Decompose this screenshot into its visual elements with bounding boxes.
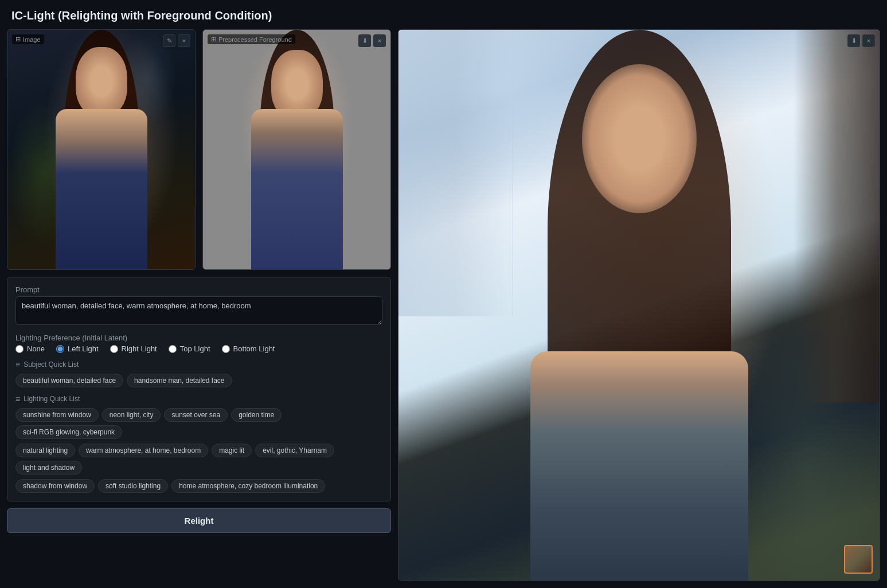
radio-bottom-light-label: Bottom Light (233, 344, 275, 353)
input-image-label: ⊞ Image (12, 34, 44, 44)
relight-button[interactable]: Relight (7, 508, 391, 533)
tag-home-atmosphere[interactable]: home atmosphere, cozy bedroom illuminati… (171, 479, 325, 493)
output-body (530, 351, 748, 581)
lighting-tags-row-2: natural lighting warm atmosphere, at hom… (15, 444, 382, 475)
lighting-quick-list-header: Lighting Quick List (15, 394, 382, 403)
app-title: IC-Light (Relighting with Foreground Con… (0, 0, 887, 29)
tag-neon-light-city[interactable]: neon light, city (102, 408, 161, 422)
thumbnail-strip (844, 545, 873, 574)
close-output-button[interactable]: × (862, 34, 875, 47)
preprocessed-image-sim (203, 30, 390, 269)
edit-image-button[interactable]: ✎ (163, 34, 175, 47)
tag-sci-fi-rgb[interactable]: sci-fi RGB glowing, cyberpunk (15, 425, 122, 439)
tag-handsome-man[interactable]: handsome man, detailed face (127, 374, 232, 387)
prompt-input[interactable]: beautiful woman, detailed face, warm atm… (15, 296, 382, 325)
radio-top-light[interactable]: Top Light (169, 344, 210, 353)
radio-bottom-light[interactable]: Bottom Light (222, 344, 275, 353)
preprocessed-image-controls: ⬇ × (358, 34, 386, 47)
radio-right-light-label: Right Light (122, 344, 157, 353)
face-layer (76, 47, 127, 116)
image-label-icon: ⊞ (15, 36, 21, 43)
controls-panel: Prompt beautiful woman, detailed face, w… (7, 277, 391, 501)
subject-quick-list-header: Subject Quick List (15, 360, 382, 369)
close-input-image-button[interactable]: × (178, 34, 190, 47)
radio-right-light[interactable]: Right Light (110, 344, 157, 353)
lighting-label: Lighting Preference (Initial Latent) (15, 334, 382, 342)
preprocessed-image-box: ⊞ Preprocessed Foreground ⬇ × (202, 29, 391, 270)
tag-evil-gothic[interactable]: evil, gothic, Yharnam (255, 444, 334, 457)
tag-golden-time[interactable]: golden time (231, 408, 282, 422)
curtain-right (794, 30, 880, 402)
prompt-label: Prompt (15, 285, 382, 294)
preprocessed-label-icon: ⊞ (211, 36, 216, 43)
download-preprocessed-button[interactable]: ⬇ (358, 34, 371, 47)
body-layer (56, 109, 147, 269)
input-image-sim (7, 30, 195, 269)
radio-none[interactable]: None (15, 344, 45, 353)
lighting-quick-list: Lighting Quick List sunshine from window… (15, 394, 382, 493)
tag-shadow-from-window[interactable]: shadow from window (15, 479, 95, 493)
close-preprocessed-button[interactable]: × (373, 34, 386, 47)
output-panel: ⬇ × (398, 29, 880, 581)
lighting-radio-group: None Left Light Right Light Top Light (15, 344, 382, 353)
tag-sunshine-from-window[interactable]: sunshine from window (15, 408, 99, 422)
output-face (582, 64, 697, 213)
input-image-box: ⊞ Image ✎ × (7, 29, 196, 270)
output-image-sim (398, 30, 880, 581)
tag-magic-lit[interactable]: magic lit (212, 444, 252, 457)
image-row: ⊞ Image ✎ × ⊞ Preprocessed Foreground (7, 29, 391, 270)
preprocessed-body (251, 109, 343, 269)
output-thumbnail[interactable] (844, 545, 873, 574)
tag-natural-lighting[interactable]: natural lighting (15, 444, 75, 457)
download-output-button[interactable]: ⬇ (847, 34, 860, 47)
input-image-controls: ✎ × (163, 34, 190, 47)
main-layout: ⊞ Image ✎ × ⊞ Preprocessed Foreground (0, 29, 887, 588)
output-controls: ⬇ × (847, 34, 875, 47)
left-panel: ⊞ Image ✎ × ⊞ Preprocessed Foreground (7, 29, 391, 581)
subject-quick-list: Subject Quick List beautiful woman, deta… (15, 360, 382, 387)
radio-left-light-label: Left Light (68, 344, 99, 353)
radio-none-label: None (27, 344, 45, 353)
prompt-section: Prompt beautiful woman, detailed face, w… (15, 285, 382, 327)
lighting-section: Lighting Preference (Initial Latent) Non… (15, 334, 382, 353)
radio-left-light[interactable]: Left Light (56, 344, 99, 353)
lighting-tags-row-1: sunshine from window neon light, city su… (15, 408, 382, 439)
window-light (398, 30, 513, 316)
tag-beautiful-woman[interactable]: beautiful woman, detailed face (15, 374, 123, 387)
tag-light-and-shadow[interactable]: light and shadow (15, 461, 82, 475)
tag-warm-atmosphere[interactable]: warm atmosphere, at home, bedroom (79, 444, 208, 457)
preprocessed-image-label: ⊞ Preprocessed Foreground (208, 34, 295, 44)
radio-top-light-label: Top Light (180, 344, 210, 353)
preprocessed-face (271, 50, 323, 119)
tag-sunset-over-sea[interactable]: sunset over sea (164, 408, 228, 422)
lighting-tags-row-3: shadow from window soft studio lighting … (15, 479, 382, 493)
subject-tags-row: beautiful woman, detailed face handsome … (15, 374, 382, 387)
tag-soft-studio[interactable]: soft studio lighting (98, 479, 168, 493)
